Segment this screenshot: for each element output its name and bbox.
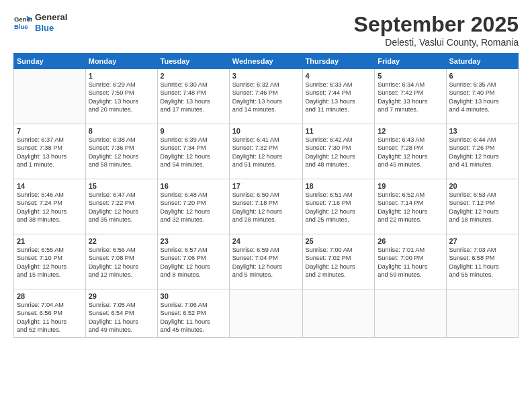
day-cell: 14Sunrise: 6:46 AM Sunset: 7:24 PM Dayli… (14, 179, 86, 234)
weekday-header-monday: Monday (85, 54, 157, 69)
day-cell: 29Sunrise: 7:05 AM Sunset: 6:54 PM Dayli… (85, 289, 157, 338)
day-number: 20 (449, 182, 516, 190)
day-cell: 25Sunrise: 7:00 AM Sunset: 7:02 PM Dayli… (302, 234, 375, 289)
day-number: 10 (232, 127, 300, 135)
day-number: 26 (378, 237, 443, 245)
day-info: Sunrise: 6:51 AM Sunset: 7:16 PM Dayligh… (306, 191, 372, 224)
logo-general: General (35, 12, 67, 23)
day-cell: 4Sunrise: 6:33 AM Sunset: 7:44 PM Daylig… (302, 69, 375, 124)
day-info: Sunrise: 6:38 AM Sunset: 7:36 PM Dayligh… (89, 136, 154, 169)
day-info: Sunrise: 6:33 AM Sunset: 7:44 PM Dayligh… (306, 81, 372, 114)
week-row-3: 14Sunrise: 6:46 AM Sunset: 7:24 PM Dayli… (14, 179, 519, 234)
day-info: Sunrise: 6:59 AM Sunset: 7:04 PM Dayligh… (232, 246, 300, 279)
day-number: 9 (161, 127, 226, 135)
day-info: Sunrise: 6:34 AM Sunset: 7:42 PM Dayligh… (378, 81, 443, 114)
day-info: Sunrise: 6:47 AM Sunset: 7:22 PM Dayligh… (89, 191, 154, 224)
day-number: 16 (161, 182, 226, 190)
day-number: 1 (89, 72, 154, 80)
day-cell (302, 289, 375, 338)
logo: General Blue General Blue (13, 12, 67, 33)
day-number: 15 (89, 182, 154, 190)
weekday-header-wednesday: Wednesday (229, 54, 302, 69)
location: Delesti, Vaslui County, Romania (354, 37, 519, 48)
week-row-1: 1Sunrise: 6:29 AM Sunset: 7:50 PM Daylig… (14, 69, 519, 124)
day-cell: 28Sunrise: 7:04 AM Sunset: 6:56 PM Dayli… (14, 289, 86, 338)
day-cell: 17Sunrise: 6:50 AM Sunset: 7:18 PM Dayli… (229, 179, 302, 234)
day-cell: 11Sunrise: 6:42 AM Sunset: 7:30 PM Dayli… (302, 124, 375, 179)
day-number: 30 (161, 292, 226, 300)
logo-icon: General Blue (13, 13, 32, 32)
weekday-header-sunday: Sunday (14, 54, 86, 69)
svg-text:Blue: Blue (14, 22, 28, 30)
day-cell: 16Sunrise: 6:48 AM Sunset: 7:20 PM Dayli… (157, 179, 229, 234)
calendar-page: General Blue General Blue September 2025… (0, 0, 532, 411)
day-cell: 23Sunrise: 6:57 AM Sunset: 7:06 PM Dayli… (157, 234, 229, 289)
day-info: Sunrise: 6:32 AM Sunset: 7:46 PM Dayligh… (232, 81, 300, 114)
day-number: 21 (17, 237, 83, 245)
month-title: September 2025 (354, 12, 519, 37)
week-row-2: 7Sunrise: 6:37 AM Sunset: 7:38 PM Daylig… (14, 124, 519, 179)
day-number: 8 (89, 127, 154, 135)
day-info: Sunrise: 6:35 AM Sunset: 7:40 PM Dayligh… (449, 81, 516, 114)
day-cell: 5Sunrise: 6:34 AM Sunset: 7:42 PM Daylig… (375, 69, 446, 124)
day-number: 4 (306, 72, 372, 80)
day-number: 5 (378, 72, 443, 80)
day-info: Sunrise: 6:56 AM Sunset: 7:08 PM Dayligh… (89, 246, 154, 279)
day-cell: 12Sunrise: 6:43 AM Sunset: 7:28 PM Dayli… (375, 124, 446, 179)
day-info: Sunrise: 6:41 AM Sunset: 7:32 PM Dayligh… (232, 136, 300, 169)
day-number: 24 (232, 237, 300, 245)
day-info: Sunrise: 7:03 AM Sunset: 6:58 PM Dayligh… (449, 246, 516, 279)
day-cell: 8Sunrise: 6:38 AM Sunset: 7:36 PM Daylig… (85, 124, 157, 179)
weekday-header-row: SundayMondayTuesdayWednesdayThursdayFrid… (14, 54, 519, 69)
day-cell (14, 69, 86, 124)
day-info: Sunrise: 6:53 AM Sunset: 7:12 PM Dayligh… (449, 191, 516, 224)
day-info: Sunrise: 6:46 AM Sunset: 7:24 PM Dayligh… (17, 191, 83, 224)
day-number: 11 (306, 127, 372, 135)
day-info: Sunrise: 6:57 AM Sunset: 7:06 PM Dayligh… (161, 246, 226, 279)
day-cell: 2Sunrise: 6:30 AM Sunset: 7:48 PM Daylig… (157, 69, 229, 124)
day-cell: 24Sunrise: 6:59 AM Sunset: 7:04 PM Dayli… (229, 234, 302, 289)
weekday-header-friday: Friday (375, 54, 446, 69)
day-number: 19 (378, 182, 443, 190)
day-info: Sunrise: 7:05 AM Sunset: 6:54 PM Dayligh… (89, 301, 154, 334)
day-number: 17 (232, 182, 300, 190)
day-number: 6 (449, 72, 516, 80)
day-cell: 6Sunrise: 6:35 AM Sunset: 7:40 PM Daylig… (446, 69, 519, 124)
day-info: Sunrise: 6:42 AM Sunset: 7:30 PM Dayligh… (306, 136, 372, 169)
day-cell: 13Sunrise: 6:44 AM Sunset: 7:26 PM Dayli… (446, 124, 519, 179)
day-info: Sunrise: 7:00 AM Sunset: 7:02 PM Dayligh… (306, 246, 372, 279)
day-cell: 10Sunrise: 6:41 AM Sunset: 7:32 PM Dayli… (229, 124, 302, 179)
day-info: Sunrise: 6:43 AM Sunset: 7:28 PM Dayligh… (378, 136, 443, 169)
day-cell: 1Sunrise: 6:29 AM Sunset: 7:50 PM Daylig… (85, 69, 157, 124)
day-number: 23 (161, 237, 226, 245)
day-number: 14 (17, 182, 83, 190)
day-cell: 26Sunrise: 7:01 AM Sunset: 7:00 PM Dayli… (375, 234, 446, 289)
weekday-header-saturday: Saturday (446, 54, 519, 69)
day-number: 18 (306, 182, 372, 190)
day-cell (229, 289, 302, 338)
calendar-table: SundayMondayTuesdayWednesdayThursdayFrid… (13, 53, 519, 338)
day-info: Sunrise: 7:06 AM Sunset: 6:52 PM Dayligh… (161, 301, 226, 334)
day-cell: 18Sunrise: 6:51 AM Sunset: 7:16 PM Dayli… (302, 179, 375, 234)
day-number: 28 (17, 292, 83, 300)
title-block: September 2025 Delesti, Vaslui County, R… (354, 12, 519, 48)
day-cell: 21Sunrise: 6:55 AM Sunset: 7:10 PM Dayli… (14, 234, 86, 289)
day-cell: 19Sunrise: 6:52 AM Sunset: 7:14 PM Dayli… (375, 179, 446, 234)
day-cell: 30Sunrise: 7:06 AM Sunset: 6:52 PM Dayli… (157, 289, 229, 338)
day-cell (375, 289, 446, 338)
header: General Blue General Blue September 2025… (13, 12, 519, 48)
day-info: Sunrise: 6:37 AM Sunset: 7:38 PM Dayligh… (17, 136, 83, 169)
day-number: 12 (378, 127, 443, 135)
day-info: Sunrise: 6:44 AM Sunset: 7:26 PM Dayligh… (449, 136, 516, 169)
day-cell: 15Sunrise: 6:47 AM Sunset: 7:22 PM Dayli… (85, 179, 157, 234)
day-cell (446, 289, 519, 338)
day-number: 27 (449, 237, 516, 245)
week-row-5: 28Sunrise: 7:04 AM Sunset: 6:56 PM Dayli… (14, 289, 519, 338)
day-info: Sunrise: 6:30 AM Sunset: 7:48 PM Dayligh… (161, 81, 226, 114)
day-cell: 20Sunrise: 6:53 AM Sunset: 7:12 PM Dayli… (446, 179, 519, 234)
day-info: Sunrise: 7:04 AM Sunset: 6:56 PM Dayligh… (17, 301, 83, 334)
day-number: 3 (232, 72, 300, 80)
day-cell: 22Sunrise: 6:56 AM Sunset: 7:08 PM Dayli… (85, 234, 157, 289)
day-info: Sunrise: 6:50 AM Sunset: 7:18 PM Dayligh… (232, 191, 300, 224)
day-number: 29 (89, 292, 154, 300)
